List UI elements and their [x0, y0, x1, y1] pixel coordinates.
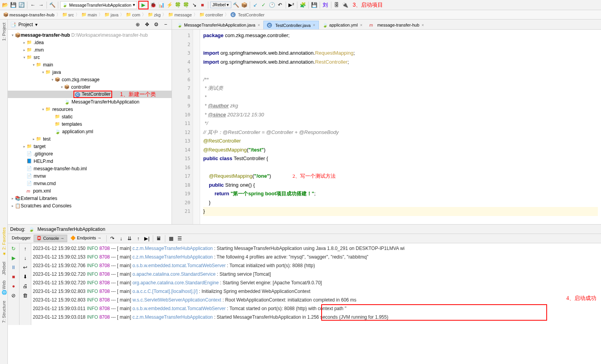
plugin-icon[interactable]: 🔌 — [342, 2, 349, 9]
breadcrumb-message[interactable]: 📁 message — [168, 12, 192, 17]
vcs-history-icon[interactable]: 🕐 — [268, 2, 275, 9]
tree-item[interactable]: ▸📁target — [8, 143, 172, 150]
breadcrumb-class[interactable]: C TestController — [231, 12, 265, 17]
tree-item[interactable]: ▸📁.mvn — [8, 46, 172, 54]
tree-item[interactable]: 🍃MessageTransferHubApplication — [8, 98, 172, 105]
debugger-tab[interactable]: Debugger — [9, 235, 33, 242]
breadcrumb-com[interactable]: 📁 com — [126, 12, 140, 17]
run-anything-icon[interactable]: ▶² — [288, 2, 295, 9]
close-icon[interactable]: × — [258, 23, 260, 27]
build-icon[interactable]: 🔨 — [49, 2, 56, 9]
close-icon[interactable]: × — [422, 23, 424, 27]
jrebel-app-icon[interactable]: 📦 — [241, 2, 248, 9]
tree-item[interactable]: ▾📁resources — [8, 105, 172, 113]
tree-item-testcontroller[interactable]: CTestController1、新建一个类 — [8, 91, 172, 98]
structure-tool-label[interactable]: 7: Structure — [2, 301, 6, 323]
tree-item[interactable]: m pom.xml — [8, 187, 172, 194]
run-button[interactable]: ▶ — [138, 1, 148, 9]
profile-icon[interactable]: ⚡ — [166, 2, 173, 9]
step-into-icon[interactable]: ↓ — [118, 235, 125, 242]
tab-testcontroller[interactable]: CTestController.java× — [263, 21, 318, 29]
tree-item[interactable]: 🍃application.yml — [8, 128, 172, 135]
open-icon[interactable]: 📂 — [2, 2, 9, 9]
tree-item[interactable]: 📘HELP.md — [8, 157, 172, 165]
stop-icon[interactable]: ■ — [10, 273, 17, 280]
tree-item[interactable]: ▾📦com.zkg.message — [8, 76, 172, 83]
scroll-icon[interactable]: ⬇ — [22, 273, 29, 280]
close-icon[interactable]: × — [313, 23, 315, 27]
tree-item[interactable]: ▾📁java — [8, 68, 172, 76]
save-icon[interactable]: 💾 — [10, 2, 17, 9]
tree-item[interactable]: ▸📁test — [8, 135, 172, 143]
code-editor[interactable]: 123456789101112131415161718192021 packag… — [172, 30, 601, 224]
vcs-revert-icon[interactable]: ↶ — [277, 2, 284, 9]
breadcrumb-controller[interactable]: 📁 controller — [199, 12, 223, 17]
breadcrumb-main[interactable]: 📁 main — [81, 12, 97, 17]
project-tool-label[interactable]: 1: Project — [2, 23, 6, 41]
tree-item[interactable]: 📄message-transfer-hub.iml — [8, 165, 172, 172]
breakpoints-icon[interactable]: ● — [10, 282, 17, 289]
project-select-icon[interactable]: ✥ — [143, 21, 150, 28]
run-cursor-icon[interactable]: ▶| — [143, 235, 150, 242]
tree-root[interactable]: ▾📦 message-transfer-hub D:\Workspace\mes… — [8, 31, 172, 39]
console-tab[interactable]: 📮 Console → — [34, 235, 67, 242]
project-tree[interactable]: ▾📦 message-transfer-hub D:\Workspace\mes… — [8, 30, 172, 224]
jrebel-debug-icon[interactable]: 🍀 — [182, 2, 190, 9]
tab-yml[interactable]: 🍃application.yml× — [319, 21, 366, 29]
tree-item[interactable]: 📄mvnw — [8, 172, 172, 180]
tab-app[interactable]: 🍃MessageTransferHubApplication.java× — [174, 21, 263, 29]
stop-icon[interactable]: ■ — [199, 2, 206, 9]
tree-item[interactable]: 📁templates — [8, 120, 172, 128]
jrebel-build-icon[interactable]: 🔨 — [233, 2, 240, 9]
tree-item[interactable]: ▾📁main — [8, 61, 172, 68]
db-icon[interactable]: 🗄 — [333, 2, 340, 9]
forward-icon[interactable]: → — [38, 2, 45, 9]
code-content[interactable]: package com.zkg.message.controller; impo… — [200, 30, 601, 224]
resume-icon[interactable]: ▶ — [10, 254, 17, 261]
web-tool-label[interactable]: 🌐 Web — [1, 280, 6, 295]
step-over-icon[interactable]: ↷ — [109, 235, 116, 242]
attach-icon[interactable]: ↘ — [191, 2, 198, 9]
vcs-commit-icon[interactable]: ✓ — [260, 2, 267, 9]
rerun-icon[interactable]: ↻ — [10, 245, 17, 252]
breadcrumb-zkg[interactable]: 📁 zkg — [148, 12, 161, 17]
tree-item[interactable]: 📄mvnw.cmd — [8, 180, 172, 187]
tab-pom[interactable]: m message-transfer-hub× — [366, 21, 427, 29]
project-gear-icon[interactable]: ⚙ — [153, 21, 160, 28]
jrebel-tool-label[interactable]: JRebel — [2, 262, 6, 275]
tree-item[interactable]: ▸📁.idea — [8, 39, 172, 46]
settings-icon[interactable]: ☰ — [176, 235, 183, 242]
up-icon[interactable]: ↑ — [22, 245, 29, 252]
project-hide-icon[interactable]: − — [162, 21, 169, 28]
run-config-selector[interactable]: 🍃MessageTransferHubApplication▾ — [60, 1, 137, 9]
console-output[interactable]: 4、启动成功 2023-01-12 15:39:02.150 INFO 8708… — [31, 243, 601, 325]
project-settings-icon[interactable]: ⊕ — [134, 21, 141, 28]
tree-item[interactable]: ▸📋 Scratches and Consoles — [8, 202, 172, 209]
breadcrumb-root[interactable]: 📦 message-transfer-hub — [3, 12, 55, 17]
jrebel-logo-icon[interactable]: 刘 — [322, 2, 329, 9]
component-icon[interactable]: 🧩 — [299, 2, 306, 9]
tree-item[interactable]: 📄.gitignore — [8, 150, 172, 157]
wrap-icon[interactable]: ↩ — [22, 264, 29, 271]
mem-icon[interactable]: 💾 — [311, 2, 318, 9]
clear-icon[interactable]: 🗑 — [22, 292, 29, 299]
debug-icon[interactable]: 🐞 — [150, 2, 157, 9]
breadcrumb-java[interactable]: 📁 java — [104, 12, 118, 17]
refresh-icon[interactable]: 🔄 — [18, 2, 25, 9]
endpoints-tab[interactable]: 🔶 Endpoints → — [68, 235, 104, 242]
favorites-tool-label[interactable]: ★ 2: Favorites — [1, 227, 6, 256]
tree-item[interactable]: ▾📦controller — [8, 83, 172, 91]
breadcrumb-src[interactable]: 📁 src — [62, 12, 74, 17]
mute-icon[interactable]: ⊘ — [10, 292, 17, 299]
evaluate-icon[interactable]: 🖩 — [156, 235, 163, 242]
jrebel-selector[interactable]: JRebel ▾ — [210, 2, 231, 8]
pause-icon[interactable]: ⏸ — [10, 264, 17, 271]
vcs-update-icon[interactable]: ↙ — [252, 2, 259, 9]
debug-config-name[interactable]: MessageTransferHubApplication — [38, 227, 106, 232]
back-icon[interactable]: ← — [29, 2, 36, 9]
layout-icon[interactable]: ▦ — [168, 235, 175, 242]
down-icon[interactable]: ↓ — [22, 254, 29, 261]
tree-item[interactable]: 📁static — [8, 113, 172, 120]
tree-item[interactable]: ▸📚 External Libraries — [8, 194, 172, 202]
step-out-icon[interactable]: ↑ — [135, 235, 142, 242]
